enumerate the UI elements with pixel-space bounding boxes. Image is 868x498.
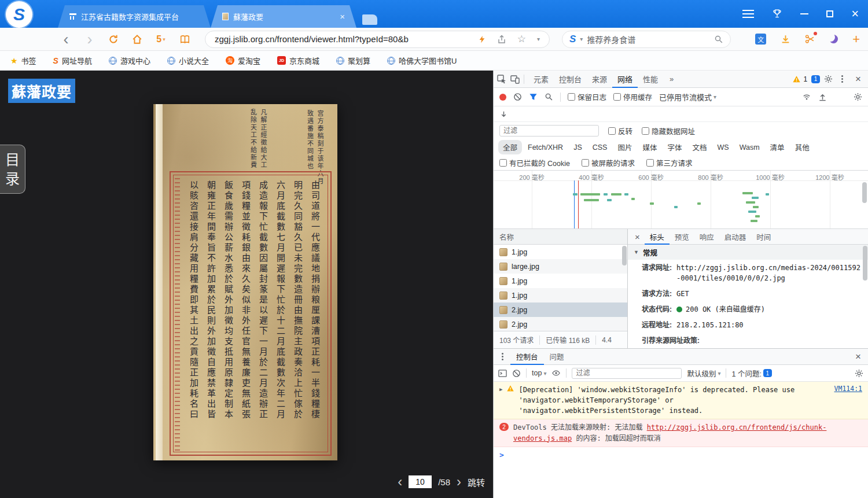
filter-chip[interactable]: 图片 — [613, 140, 637, 154]
network-filter-input[interactable] — [499, 125, 599, 137]
speed-dial-button[interactable]: 5▾ — [155, 32, 167, 46]
devtools-close-icon[interactable]: × — [855, 73, 861, 85]
scrollbar-thumb[interactable] — [862, 182, 867, 203]
browser-tab[interactable]: 江苏省古籍数字资源集成平台 — [58, 5, 211, 28]
devtools-tab[interactable]: 元素 — [528, 71, 554, 88]
scrollbar-thumb[interactable] — [622, 246, 627, 265]
search-box[interactable]: S ▾ 推荐养身食谱 — [562, 31, 731, 48]
bookmark-item[interactable]: 哈佛大学图书馆U — [387, 55, 457, 66]
import-har-icon[interactable] — [818, 93, 827, 101]
details-tab[interactable]: 响应 — [694, 229, 719, 245]
messages-badge[interactable]: 1 — [811, 75, 820, 83]
console-tab[interactable]: 控制台 — [510, 349, 544, 365]
details-tab[interactable]: 预览 — [670, 229, 694, 245]
network-waterfall-overview[interactable]: 200 毫秒400 毫秒600 毫秒800 毫秒1000 毫秒1200 毫秒 — [494, 171, 868, 229]
request-row[interactable]: 1.jpg — [494, 274, 627, 288]
bookmark-item[interactable]: S网址导航 — [53, 55, 92, 66]
search-suggestion-text[interactable]: 推荐养身食谱 — [587, 34, 710, 45]
network-search-icon[interactable] — [545, 93, 553, 101]
more-tabs-icon[interactable]: » — [667, 75, 676, 83]
filter-chip[interactable]: 媒体 — [638, 140, 661, 154]
jump-button[interactable]: 跳转 — [468, 476, 485, 488]
details-tab[interactable]: 启动器 — [719, 229, 752, 245]
preserve-log-checkbox[interactable]: 保留日志 — [568, 91, 606, 102]
request-table-header[interactable]: 名称 — [494, 229, 627, 245]
blocked-cookies-checkbox[interactable]: 有已拦截的 Cookie — [499, 157, 570, 168]
frame-context-select[interactable]: top▾ — [532, 369, 546, 377]
warning-source-link[interactable]: VM114:1 — [834, 385, 862, 393]
log-level-select[interactable]: 默认级别▾ — [687, 368, 720, 379]
network-conditions-icon[interactable] — [802, 93, 811, 101]
night-mode-icon[interactable] — [829, 35, 838, 43]
inspect-element-icon[interactable] — [497, 75, 506, 84]
request-row[interactable]: 1.jpg — [494, 288, 627, 303]
warnings-badge[interactable]: 1 — [792, 75, 807, 83]
record-icon[interactable] — [499, 94, 506, 101]
tab-close-icon[interactable]: × — [340, 12, 345, 21]
address-dropdown-icon[interactable]: ▾ — [537, 36, 540, 42]
url-text[interactable]: zggj.jslib.org.cn/frontend/viewer.html?t… — [215, 34, 467, 44]
bookmark-item[interactable]: 淘爱淘宝 — [226, 55, 260, 66]
next-page-icon[interactable]: › — [457, 475, 461, 489]
home-icon[interactable] — [131, 32, 143, 46]
screenshot-scissors-icon[interactable] — [805, 34, 815, 44]
disable-cache-checkbox[interactable]: 停用缓存 — [613, 91, 652, 102]
prev-page-icon[interactable]: ‹ — [398, 475, 402, 489]
third-party-checkbox[interactable]: 第三方请求 — [646, 157, 693, 168]
request-row[interactable]: 1.jpg — [494, 245, 627, 259]
forward-icon[interactable]: › — [84, 32, 95, 46]
hide-data-urls-checkbox[interactable]: 隐藏数据网址 — [642, 126, 695, 137]
reading-mode-icon[interactable] — [179, 32, 190, 46]
close-button[interactable]: × — [851, 8, 859, 20]
maximize-button[interactable] — [826, 10, 833, 17]
filter-chip[interactable]: 文档 — [688, 140, 712, 154]
filter-chip[interactable]: 清单 — [766, 140, 789, 154]
drawer-kebab-icon[interactable] — [502, 356, 503, 357]
details-tab[interactable]: 标头 — [645, 229, 670, 245]
add-tools-icon[interactable]: + — [852, 33, 860, 46]
filter-chip[interactable]: WS — [713, 142, 734, 153]
menu-icon[interactable] — [742, 10, 754, 18]
request-row[interactable]: 2.jpg — [494, 317, 627, 331]
throttling-select[interactable]: 已停用节流模式▾ — [659, 91, 716, 102]
bookmark-item[interactable]: 小说大全 — [167, 55, 209, 66]
console-filter-input[interactable] — [572, 368, 682, 379]
network-settings-icon[interactable] — [854, 93, 862, 101]
minimize-button[interactable] — [800, 13, 808, 14]
general-section-header[interactable]: ▼ 常规 — [628, 245, 868, 260]
lightning-icon[interactable] — [478, 35, 486, 44]
toc-button[interactable]: 目录 — [0, 145, 25, 194]
request-row[interactable]: 2.jpg — [494, 303, 627, 317]
bookmark-item[interactable]: 游戏中心 — [109, 55, 150, 66]
filter-chip[interactable]: 其他 — [790, 140, 814, 154]
issues-counter[interactable]: 1 个问题:1 — [731, 368, 771, 379]
translate-icon[interactable]: 文 — [755, 34, 766, 45]
clear-console-icon[interactable] — [512, 369, 521, 378]
address-bar[interactable]: zggj.jslib.org.cn/frontend/viewer.html?t… — [205, 31, 550, 48]
search-engine-caret-icon[interactable]: ▾ — [580, 36, 583, 42]
filter-chip[interactable]: CSS — [588, 142, 612, 153]
manuscript-page-image[interactable]: 宫方泰稿刻于该年六月致遇番施不同城也 凡解正經徵給大工乱除天工不給新費 由司道將… — [153, 104, 337, 460]
devtools-tab[interactable]: 网络 — [612, 71, 638, 88]
share-icon[interactable] — [497, 35, 506, 44]
browser-logo-icon[interactable]: S — [6, 1, 32, 28]
console-error-message[interactable]: 2 DevTools 无法加载来源映射: 无法加载 http://zggj.js… — [494, 419, 868, 447]
devtools-tab[interactable]: 控制台 — [554, 71, 587, 88]
drawer-close-icon[interactable]: × — [855, 351, 861, 363]
bookmark-item[interactable]: 聚划算 — [336, 55, 370, 66]
devtools-tab[interactable]: 来源 — [587, 71, 612, 88]
favorite-star-icon[interactable]: ☆ — [517, 33, 526, 45]
back-icon[interactable]: ‹ — [60, 32, 72, 46]
new-tab-button[interactable] — [362, 14, 377, 25]
scrollbar-thumb[interactable] — [863, 246, 867, 281]
request-row[interactable]: large.jpg — [494, 259, 627, 274]
settings-icon[interactable] — [824, 75, 833, 83]
filter-funnel-icon[interactable] — [529, 93, 538, 101]
page-number-input[interactable] — [409, 475, 432, 488]
console-settings-icon[interactable] — [855, 369, 863, 378]
filter-chip[interactable]: 字体 — [663, 140, 686, 154]
clear-network-icon[interactable] — [513, 93, 522, 101]
filter-chip[interactable]: Wasm — [735, 142, 764, 153]
console-tab[interactable]: 问题 — [544, 349, 570, 365]
bookmark-item[interactable]: ★书签 — [10, 55, 36, 66]
